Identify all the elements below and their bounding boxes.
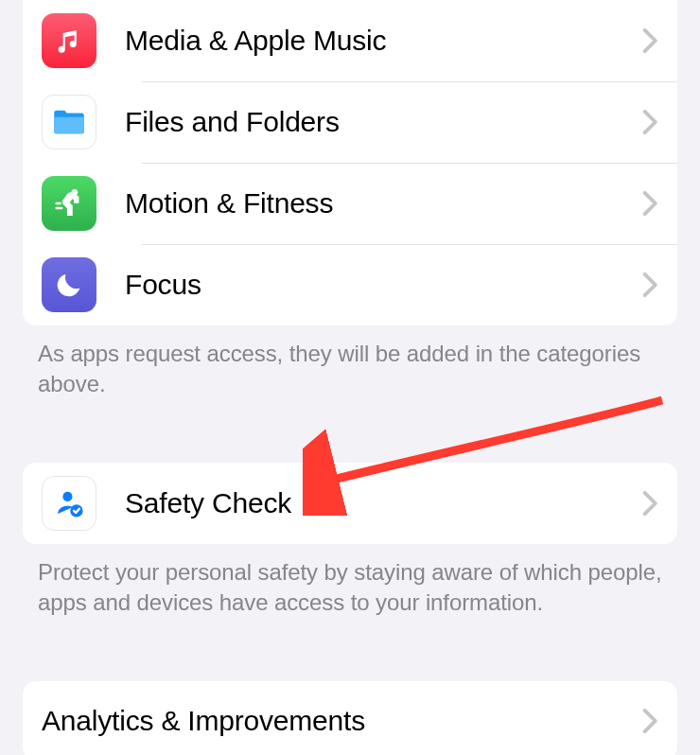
chevron-right-icon (643, 272, 658, 297)
group-footer-text: As apps request access, they will be add… (0, 325, 700, 427)
svg-point-1 (62, 492, 72, 501)
row-label: Analytics & Improvements (42, 705, 634, 737)
safety-check-icon (42, 476, 96, 531)
settings-group-safety: Safety Check (23, 463, 677, 544)
running-icon (42, 176, 96, 231)
row-label: Files and Folders (125, 106, 634, 138)
chevron-right-icon (643, 709, 658, 733)
chevron-right-icon (643, 491, 658, 516)
row-analytics-improvements[interactable]: Analytics & Improvements (23, 681, 677, 755)
music-icon (42, 13, 96, 68)
moon-icon (42, 257, 96, 312)
row-motion-fitness[interactable]: Motion & Fitness (23, 163, 677, 244)
row-label: Motion & Fitness (125, 187, 634, 219)
row-media-apple-music[interactable]: Media & Apple Music (23, 0, 677, 81)
row-focus[interactable]: Focus (23, 244, 677, 325)
chevron-right-icon (643, 191, 658, 216)
row-label: Safety Check (125, 487, 634, 519)
settings-group-privacy-categories: Media & Apple Music Files and Folders Mo… (23, 0, 677, 325)
row-files-and-folders[interactable]: Files and Folders (23, 81, 677, 163)
row-label: Media & Apple Music (125, 25, 634, 57)
group-footer-text: Protect your personal safety by staying … (0, 544, 700, 645)
row-safety-check[interactable]: Safety Check (23, 463, 677, 544)
settings-group-analytics: Analytics & Improvements (23, 681, 677, 755)
chevron-right-icon (643, 110, 658, 134)
row-label: Focus (125, 269, 634, 301)
folder-icon (42, 95, 96, 149)
chevron-right-icon (643, 28, 658, 53)
